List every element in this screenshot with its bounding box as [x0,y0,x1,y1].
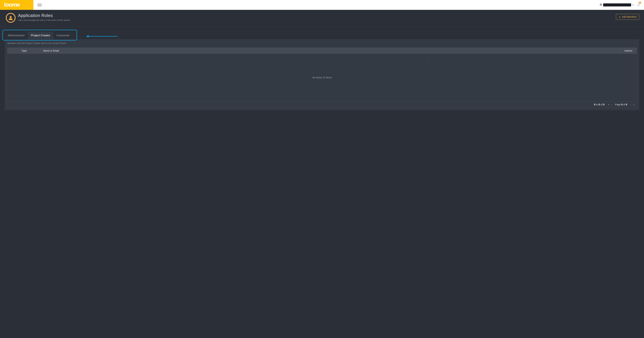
tab-consumer[interactable]: Consumer [53,32,72,39]
members-grid: Type Name or Email Actions No Rows To Sh… [7,48,637,108]
pager-first[interactable]: I‹ [608,103,609,106]
pager-last[interactable]: ›I [633,103,634,106]
page-header: Application Roles View and manage the ro… [0,10,644,27]
topbar: loome ▼ 51 [0,0,644,10]
page-subtitle: View and manage the roles of the users o… [18,19,616,21]
tab-administrator[interactable]: Administrator [5,32,28,39]
brand-logo[interactable]: loome [0,0,33,10]
grid-footer: 0 to 0 of 0 I‹ ‹ Page 0 of 0 › › [7,101,637,108]
role-tabs: Administrator Project Creator Consumer [5,32,73,39]
notifications-button[interactable]: 51 [637,3,640,7]
panel-description: Members with the Project Creator role fo… [8,42,637,45]
grid-empty-text: No Rows To Show [312,76,332,79]
grid-header: Type Name or Email Actions [7,48,637,54]
caret-down-icon: ▼ [632,4,634,6]
page-title: Application Roles [18,13,616,18]
page-label: Page 0 of 0 [615,103,627,106]
column-header-actions[interactable]: Actions [620,48,637,54]
tenant-selector[interactable]: ▼ [600,4,634,7]
svg-marker-4 [86,35,88,38]
pager-next[interactable]: › [630,103,630,106]
pager: I‹ ‹ Page 0 of 0 › ›I [608,103,634,106]
pager-prev[interactable]: ‹ [612,103,612,106]
row-range-label: 0 to 0 of 0 [594,103,604,106]
annotation-arrow [83,35,118,39]
topbar-right: ▼ 51 [600,0,644,10]
column-header-name[interactable]: Name or Email [41,48,620,54]
plus-icon: ＋ [618,16,621,18]
tenant-name-redacted [603,4,631,7]
user-role-icon [6,13,16,23]
tab-project-creator[interactable]: Project Creator [28,32,53,39]
menu-icon[interactable] [38,4,42,7]
tabs-row: Administrator Project Creator Consumer [0,27,644,39]
svg-text:loome: loome [4,2,20,8]
notification-badge: 51 [638,2,641,4]
topbar-left [33,0,42,10]
svg-point-2 [10,16,12,18]
grid-body: No Rows To Show [7,54,637,101]
members-panel: Members with the Project Creator role fo… [5,39,639,110]
bell-icon [637,5,640,7]
add-members-label: Add Members [622,16,637,18]
column-header-type[interactable]: Type [7,48,41,54]
loading-dot [428,60,429,60]
globe-icon [600,4,602,7]
add-members-button[interactable]: ＋ Add Members [616,14,639,20]
